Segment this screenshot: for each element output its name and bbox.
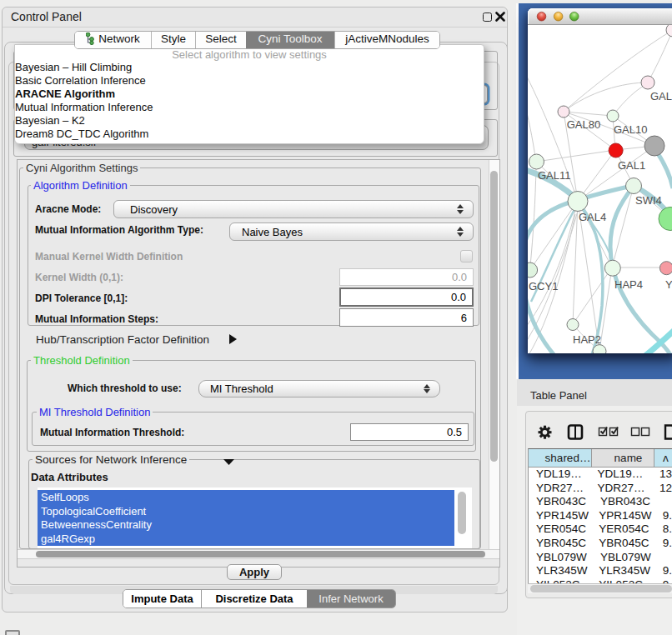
svg-text:HAP2: HAP2 (573, 333, 601, 346)
svg-text:GAL1: GAL1 (618, 159, 645, 172)
svg-text:GAL: GAL (650, 90, 672, 102)
svg-text:GAL80: GAL80 (567, 118, 600, 131)
svg-text:GAL10: GAL10 (614, 123, 647, 136)
svg-text:SWI4: SWI4 (635, 194, 662, 207)
svg-text:GAL4: GAL4 (579, 211, 606, 223)
svg-text:GAL11: GAL11 (538, 169, 571, 182)
svg-text:HAP4: HAP4 (614, 278, 643, 291)
svg-text:GCY1: GCY1 (529, 280, 558, 292)
svg-text:Y: Y (665, 278, 672, 291)
